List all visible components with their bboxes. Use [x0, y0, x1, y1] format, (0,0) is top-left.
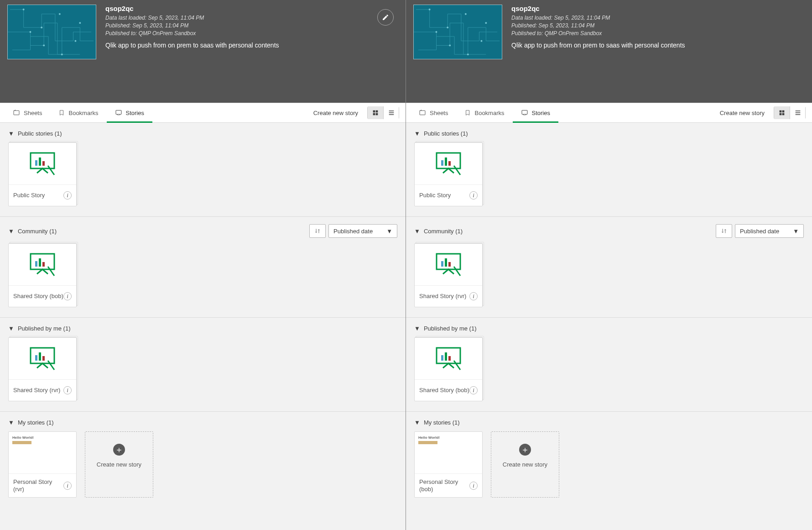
chevron-down-icon: ▼ — [386, 228, 392, 235]
svg-point-2 — [41, 26, 42, 28]
info-icon[interactable]: i — [63, 292, 72, 300]
section-title: Community (1) — [18, 228, 57, 235]
info-icon[interactable]: i — [469, 386, 478, 394]
sort-direction-button[interactable] — [309, 224, 326, 238]
tab-sheets[interactable]: Sheets — [411, 103, 456, 122]
svg-rect-50 — [437, 348, 460, 363]
collapse-icon[interactable]: ▼ — [8, 228, 14, 235]
list-view-button[interactable] — [790, 106, 805, 119]
section-public: ▼ Public stories (1) Public Storyi — [0, 123, 406, 217]
story-card-personal[interactable]: Hello World! Personal Story (bob)i — [414, 431, 483, 498]
svg-rect-11 — [373, 110, 375, 113]
story-card-community[interactable]: Shared Story (bob)i — [8, 243, 77, 307]
svg-rect-51 — [441, 355, 443, 361]
create-story-card[interactable]: ＋ Create new story — [85, 431, 153, 498]
story-card-public[interactable]: Public Storyi — [8, 142, 77, 206]
app-thumbnail — [7, 5, 96, 59]
svg-rect-45 — [448, 161, 451, 166]
collapse-icon[interactable]: ▼ — [414, 228, 420, 235]
svg-rect-21 — [39, 258, 41, 267]
svg-rect-15 — [31, 153, 54, 168]
collapse-icon[interactable]: ▼ — [8, 130, 14, 137]
svg-point-1 — [23, 9, 25, 10]
svg-point-33 — [480, 40, 482, 42]
collapse-icon[interactable]: ▼ — [8, 325, 14, 332]
section-public: ▼ Public stories (1) Public Storyi — [406, 123, 812, 217]
section-published-by-me: ▼ Published by me (1) Shared Story (rvr)… — [0, 318, 406, 412]
info-icon[interactable]: i — [63, 191, 72, 199]
tab-stories[interactable]: Stories — [513, 103, 558, 122]
svg-rect-22 — [42, 262, 45, 267]
app-title: qsop2qc — [511, 5, 685, 12]
story-card-personal[interactable]: Hello World! Personal Story (rvr)i — [8, 431, 77, 498]
sort-field-dropdown[interactable]: Published date ▼ — [735, 224, 804, 238]
story-card-community[interactable]: Shared Story (rvr)i — [414, 243, 483, 307]
story-card-label: Personal Story (rvr) — [13, 478, 63, 493]
svg-point-29 — [447, 26, 448, 28]
story-card-label: Public Story — [13, 192, 45, 199]
svg-point-4 — [30, 31, 31, 33]
app-header: qsop2qc Data last loaded: Sep 5, 2023, 1… — [406, 0, 812, 103]
grid-view-button[interactable] — [368, 106, 383, 119]
tab-bar: Sheets Bookmarks Stories Create new stor… — [0, 103, 406, 123]
svg-rect-47 — [441, 261, 443, 267]
svg-rect-18 — [42, 161, 45, 166]
story-card-public[interactable]: Public Storyi — [414, 142, 483, 206]
create-story-card[interactable]: ＋ Create new story — [491, 431, 559, 498]
edit-button[interactable] — [377, 9, 394, 26]
svg-rect-38 — [780, 110, 782, 113]
tab-stories-label: Stories — [532, 110, 550, 116]
info-icon[interactable]: i — [63, 482, 72, 490]
svg-rect-14 — [376, 113, 378, 115]
grid-view-button[interactable] — [774, 106, 790, 119]
info-icon[interactable]: i — [63, 386, 72, 394]
info-icon[interactable]: i — [469, 482, 478, 490]
svg-point-34 — [467, 53, 469, 55]
collapse-icon[interactable]: ▼ — [414, 419, 420, 426]
story-card-label: Shared Story (bob) — [13, 293, 63, 300]
tab-stories[interactable]: Stories — [107, 103, 152, 122]
collapse-icon[interactable]: ▼ — [414, 130, 420, 137]
svg-rect-44 — [445, 157, 447, 166]
info-icon[interactable]: i — [469, 191, 478, 199]
tab-sheets[interactable]: Sheets — [5, 103, 50, 122]
svg-point-31 — [436, 31, 437, 33]
collapse-icon[interactable]: ▼ — [414, 325, 420, 332]
svg-point-6 — [74, 40, 76, 42]
svg-rect-23 — [31, 348, 54, 363]
story-thumbnail-icon — [415, 244, 482, 286]
story-thumbnail-icon — [415, 143, 482, 185]
list-view-button[interactable] — [383, 106, 399, 119]
section-community: ▼ Community (1) Published date ▼ — [406, 217, 812, 318]
svg-rect-13 — [373, 113, 375, 115]
create-story-label: Create new story — [97, 461, 141, 469]
meta-published: Published: Sep 5, 2023, 11:04 PM — [105, 22, 279, 30]
svg-rect-36 — [420, 110, 425, 115]
plus-icon: ＋ — [113, 444, 125, 456]
svg-rect-9 — [14, 110, 19, 115]
story-card-label: Public Story — [419, 192, 451, 199]
section-title: Community (1) — [424, 228, 463, 235]
sort-field-dropdown[interactable]: Published date ▼ — [328, 224, 397, 238]
mini-slide-bar — [418, 441, 437, 444]
info-icon[interactable]: i — [469, 292, 478, 300]
svg-rect-43 — [441, 160, 443, 166]
svg-point-32 — [449, 45, 451, 47]
section-published-by-me: ▼ Published by me (1) Shared Story (bob)… — [406, 318, 812, 412]
svg-point-28 — [429, 9, 431, 10]
story-card-published[interactable]: Shared Story (bob)i — [414, 337, 483, 401]
tab-bookmarks-label: Bookmarks — [474, 110, 504, 116]
tab-bookmarks[interactable]: Bookmarks — [50, 103, 106, 122]
sort-direction-button[interactable] — [716, 224, 732, 238]
svg-point-7 — [61, 53, 63, 55]
create-new-story-link[interactable]: Create new story — [713, 103, 772, 122]
chevron-down-icon: ▼ — [793, 228, 799, 235]
meta-published: Published: Sep 5, 2023, 11:04 PM — [511, 22, 685, 30]
story-card-published[interactable]: Shared Story (rvr)i — [8, 337, 77, 401]
tab-bookmarks[interactable]: Bookmarks — [456, 103, 512, 122]
collapse-icon[interactable]: ▼ — [8, 419, 14, 426]
story-thumbnail-icon — [9, 338, 76, 380]
meta-publishedto: Published to: QMP OnPrem Sandbox — [105, 30, 279, 37]
svg-rect-46 — [437, 254, 460, 269]
create-new-story-link[interactable]: Create new story — [306, 103, 365, 122]
